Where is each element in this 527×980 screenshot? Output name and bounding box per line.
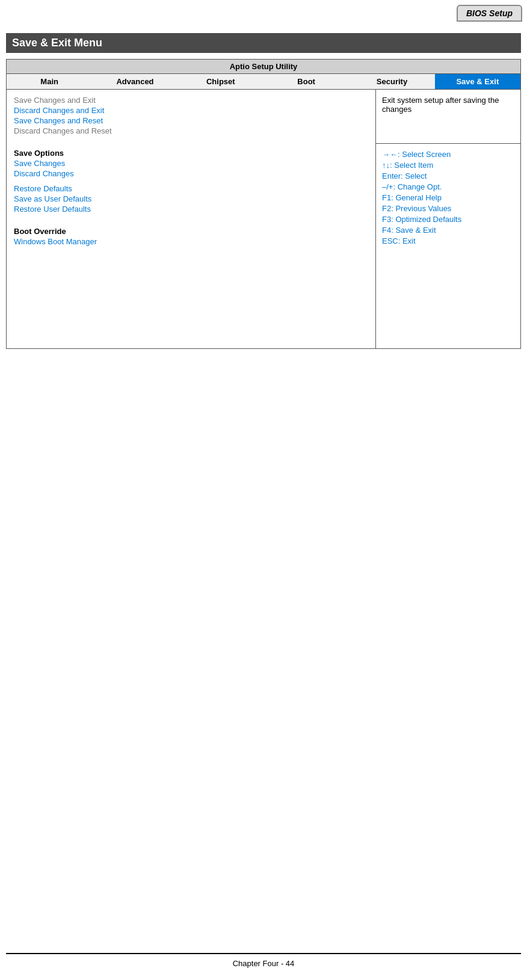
key-legend-item: F4: Save & Exit — [382, 226, 514, 235]
bios-setup-tab: BIOS Setup — [457, 5, 522, 22]
menu-item[interactable]: Windows Boot Manager — [14, 237, 368, 246]
footer-label: Chapter Four - 44 — [6, 953, 521, 968]
boot-override-label: Boot Override — [14, 227, 368, 236]
menu-item[interactable]: Save as User Defaults — [14, 194, 368, 203]
menu-item[interactable]: Save Changes and Exit — [14, 96, 368, 105]
menu-item[interactable]: Save Changes and Reset — [14, 116, 368, 125]
key-legend-item: ↑↓: Select Item — [382, 161, 514, 170]
nav-item-security[interactable]: Security — [349, 74, 434, 89]
menu-item[interactable]: Restore User Defaults — [14, 205, 368, 214]
menu-item[interactable]: Discard Changes and Exit — [14, 106, 368, 115]
menu-item[interactable]: Save Changes — [14, 159, 368, 168]
nav-item-boot[interactable]: Boot — [264, 74, 349, 89]
menu-item[interactable]: Restore Defaults — [14, 184, 368, 193]
menu-item[interactable]: Discard Changes and Reset — [14, 126, 368, 135]
bios-utility-box: Aptio Setup Utility MainAdvancedChipsetB… — [6, 59, 521, 349]
nav-item-main[interactable]: Main — [7, 74, 92, 89]
key-legend: →←: Select Screen↑↓: Select ItemEnter: S… — [376, 144, 520, 253]
left-panel: Save Changes and ExitDiscard Changes and… — [7, 90, 376, 348]
key-legend-item: →←: Select Screen — [382, 150, 514, 159]
nav-item-advanced[interactable]: Advanced — [92, 74, 177, 89]
aptio-title: Aptio Setup Utility — [7, 60, 520, 74]
page-title: Save & Exit Menu — [6, 33, 521, 53]
key-legend-item: ESC: Exit — [382, 236, 514, 245]
nav-item-chipset[interactable]: Chipset — [178, 74, 264, 89]
content-area: Save Changes and ExitDiscard Changes and… — [7, 90, 520, 348]
menu-item[interactable]: Discard Changes — [14, 169, 368, 178]
key-legend-item: F1: General Help — [382, 193, 514, 202]
key-legend-item: Enter: Select — [382, 171, 514, 180]
save-options-label: Save Options — [14, 149, 368, 158]
right-panel: Exit system setup after saving the chang… — [376, 90, 520, 348]
key-legend-item: F3: Optimized Defaults — [382, 215, 514, 224]
nav-item-save---exit[interactable]: Save & Exit — [435, 74, 520, 89]
key-legend-item: –/+: Change Opt. — [382, 182, 514, 191]
help-text: Exit system setup after saving the chang… — [376, 90, 520, 144]
key-legend-item: F2: Previous Values — [382, 204, 514, 213]
nav-row: MainAdvancedChipsetBootSecuritySave & Ex… — [7, 74, 520, 90]
